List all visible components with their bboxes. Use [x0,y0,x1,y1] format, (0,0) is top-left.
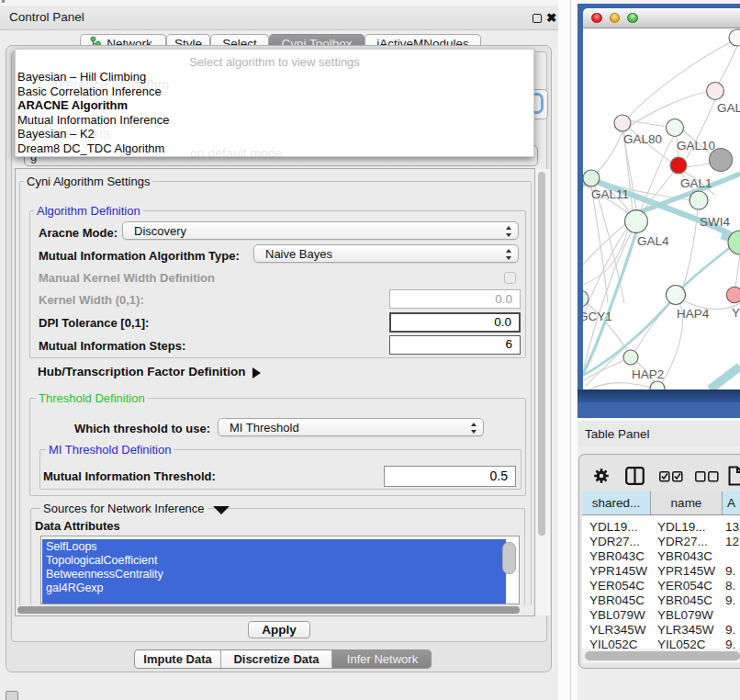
svg-text:GAL4: GAL4 [637,234,669,248]
svg-text:HAP4: HAP4 [677,307,710,321]
svg-text:Y: Y [732,306,740,320]
svg-text:GAL: GAL [717,101,740,115]
svg-text:GAL80: GAL80 [623,132,662,146]
svg-text:HAP2: HAP2 [632,367,664,381]
svg-text:SWI4: SWI4 [700,215,730,229]
svg-text:GAL10: GAL10 [677,139,715,152]
svg-text:GAL11: GAL11 [591,187,629,201]
svg-text:GCY1: GCY1 [583,310,612,323]
svg-text:GAL1: GAL1 [680,176,712,190]
